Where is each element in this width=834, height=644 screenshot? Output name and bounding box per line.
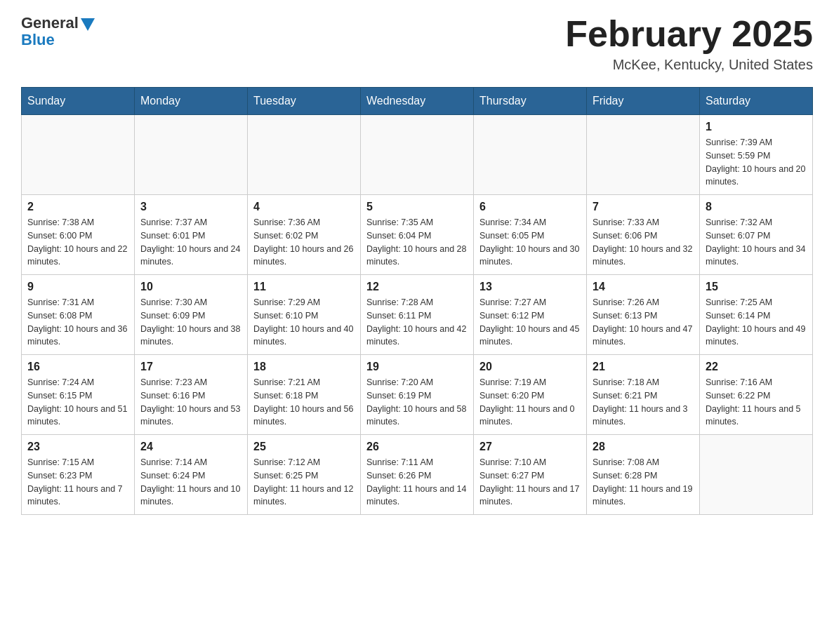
calendar-header: SundayMondayTuesdayWednesdayThursdayFrid… (22, 88, 813, 115)
calendar-cell: 28Sunrise: 7:08 AMSunset: 6:28 PMDayligh… (587, 435, 700, 515)
day-info: Sunrise: 7:24 AMSunset: 6:15 PMDaylight:… (27, 376, 128, 429)
calendar-cell: 26Sunrise: 7:11 AMSunset: 6:26 PMDayligh… (361, 435, 474, 515)
day-number: 21 (593, 361, 694, 373)
logo: General Blue (21, 14, 95, 49)
day-number: 6 (479, 201, 581, 213)
day-info: Sunrise: 7:16 AMSunset: 6:22 PMDaylight:… (706, 376, 807, 429)
calendar-cell: 14Sunrise: 7:26 AMSunset: 6:13 PMDayligh… (587, 275, 700, 355)
day-number: 17 (140, 361, 241, 373)
day-info: Sunrise: 7:35 AMSunset: 6:04 PMDaylight:… (366, 216, 468, 269)
calendar-cell: 22Sunrise: 7:16 AMSunset: 6:22 PMDayligh… (700, 355, 813, 435)
day-info: Sunrise: 7:27 AMSunset: 6:12 PMDaylight:… (479, 296, 581, 349)
week-row-3: 9Sunrise: 7:31 AMSunset: 6:08 PMDaylight… (22, 275, 813, 355)
calendar-cell: 18Sunrise: 7:21 AMSunset: 6:18 PMDayligh… (248, 355, 361, 435)
calendar-cell (248, 115, 361, 195)
day-number: 20 (479, 361, 581, 373)
calendar-cell: 4Sunrise: 7:36 AMSunset: 6:02 PMDaylight… (248, 195, 361, 275)
weekday-header-tuesday: Tuesday (248, 88, 361, 115)
day-number: 18 (253, 361, 355, 373)
day-number: 4 (253, 201, 355, 213)
logo-general-text: General (21, 14, 79, 32)
calendar-cell: 9Sunrise: 7:31 AMSunset: 6:08 PMDaylight… (22, 275, 135, 355)
day-number: 28 (593, 441, 694, 453)
day-info: Sunrise: 7:10 AMSunset: 6:27 PMDaylight:… (479, 456, 581, 509)
day-number: 27 (479, 441, 581, 453)
day-number: 22 (706, 361, 807, 373)
calendar-cell: 15Sunrise: 7:25 AMSunset: 6:14 PMDayligh… (700, 275, 813, 355)
title-section: February 2025 McKee, Kentucky, United St… (565, 14, 813, 73)
month-title: February 2025 (565, 14, 813, 54)
calendar-cell: 17Sunrise: 7:23 AMSunset: 6:16 PMDayligh… (135, 355, 248, 435)
calendar-cell: 1Sunrise: 7:39 AMSunset: 5:59 PMDaylight… (700, 115, 813, 195)
weekday-header-saturday: Saturday (700, 88, 813, 115)
calendar-cell (587, 115, 700, 195)
calendar-cell: 7Sunrise: 7:33 AMSunset: 6:06 PMDaylight… (587, 195, 700, 275)
calendar-cell: 2Sunrise: 7:38 AMSunset: 6:00 PMDaylight… (22, 195, 135, 275)
location-text: McKee, Kentucky, United States (565, 57, 813, 73)
day-number: 9 (27, 281, 128, 293)
calendar-cell (22, 115, 135, 195)
day-number: 5 (366, 201, 468, 213)
day-number: 19 (366, 361, 468, 373)
weekday-header-friday: Friday (587, 88, 700, 115)
calendar-cell: 21Sunrise: 7:18 AMSunset: 6:21 PMDayligh… (587, 355, 700, 435)
logo-triangle-icon (81, 18, 95, 31)
day-number: 7 (593, 201, 694, 213)
weekday-header-row: SundayMondayTuesdayWednesdayThursdayFrid… (22, 88, 813, 115)
day-info: Sunrise: 7:33 AMSunset: 6:06 PMDaylight:… (593, 216, 694, 269)
day-number: 14 (593, 281, 694, 293)
day-number: 25 (253, 441, 355, 453)
day-info: Sunrise: 7:12 AMSunset: 6:25 PMDaylight:… (253, 456, 355, 509)
calendar-cell: 19Sunrise: 7:20 AMSunset: 6:19 PMDayligh… (361, 355, 474, 435)
day-info: Sunrise: 7:23 AMSunset: 6:16 PMDaylight:… (140, 376, 241, 429)
calendar-cell: 16Sunrise: 7:24 AMSunset: 6:15 PMDayligh… (22, 355, 135, 435)
day-info: Sunrise: 7:21 AMSunset: 6:18 PMDaylight:… (253, 376, 355, 429)
calendar-cell (474, 115, 587, 195)
page-header: General Blue February 2025 McKee, Kentuc… (21, 14, 813, 73)
day-number: 11 (253, 281, 355, 293)
day-info: Sunrise: 7:14 AMSunset: 6:24 PMDaylight:… (140, 456, 241, 509)
calendar-body: 1Sunrise: 7:39 AMSunset: 5:59 PMDaylight… (22, 115, 813, 515)
calendar-cell: 13Sunrise: 7:27 AMSunset: 6:12 PMDayligh… (474, 275, 587, 355)
day-info: Sunrise: 7:37 AMSunset: 6:01 PMDaylight:… (140, 216, 241, 269)
week-row-5: 23Sunrise: 7:15 AMSunset: 6:23 PMDayligh… (22, 435, 813, 515)
day-number: 15 (706, 281, 807, 293)
day-info: Sunrise: 7:08 AMSunset: 6:28 PMDaylight:… (593, 456, 694, 509)
day-info: Sunrise: 7:20 AMSunset: 6:19 PMDaylight:… (366, 376, 468, 429)
day-info: Sunrise: 7:26 AMSunset: 6:13 PMDaylight:… (593, 296, 694, 349)
logo-blue-text: Blue (21, 31, 55, 49)
calendar-cell: 20Sunrise: 7:19 AMSunset: 6:20 PMDayligh… (474, 355, 587, 435)
day-number: 8 (706, 201, 807, 213)
week-row-1: 1Sunrise: 7:39 AMSunset: 5:59 PMDaylight… (22, 115, 813, 195)
calendar-cell: 5Sunrise: 7:35 AMSunset: 6:04 PMDaylight… (361, 195, 474, 275)
day-number: 3 (140, 201, 241, 213)
calendar-cell: 24Sunrise: 7:14 AMSunset: 6:24 PMDayligh… (135, 435, 248, 515)
calendar-cell: 11Sunrise: 7:29 AMSunset: 6:10 PMDayligh… (248, 275, 361, 355)
day-number: 2 (27, 201, 128, 213)
day-info: Sunrise: 7:34 AMSunset: 6:05 PMDaylight:… (479, 216, 581, 269)
calendar-cell: 12Sunrise: 7:28 AMSunset: 6:11 PMDayligh… (361, 275, 474, 355)
calendar-cell (361, 115, 474, 195)
calendar-table: SundayMondayTuesdayWednesdayThursdayFrid… (21, 87, 813, 515)
calendar-cell: 27Sunrise: 7:10 AMSunset: 6:27 PMDayligh… (474, 435, 587, 515)
day-info: Sunrise: 7:32 AMSunset: 6:07 PMDaylight:… (706, 216, 807, 269)
day-info: Sunrise: 7:38 AMSunset: 6:00 PMDaylight:… (27, 216, 128, 269)
day-info: Sunrise: 7:29 AMSunset: 6:10 PMDaylight:… (253, 296, 355, 349)
day-info: Sunrise: 7:11 AMSunset: 6:26 PMDaylight:… (366, 456, 468, 509)
calendar-cell (700, 435, 813, 515)
calendar-cell: 10Sunrise: 7:30 AMSunset: 6:09 PMDayligh… (135, 275, 248, 355)
day-info: Sunrise: 7:31 AMSunset: 6:08 PMDaylight:… (27, 296, 128, 349)
week-row-2: 2Sunrise: 7:38 AMSunset: 6:00 PMDaylight… (22, 195, 813, 275)
calendar-cell: 25Sunrise: 7:12 AMSunset: 6:25 PMDayligh… (248, 435, 361, 515)
day-number: 12 (366, 281, 468, 293)
day-info: Sunrise: 7:30 AMSunset: 6:09 PMDaylight:… (140, 296, 241, 349)
calendar-cell: 8Sunrise: 7:32 AMSunset: 6:07 PMDaylight… (700, 195, 813, 275)
weekday-header-thursday: Thursday (474, 88, 587, 115)
day-info: Sunrise: 7:39 AMSunset: 5:59 PMDaylight:… (706, 136, 807, 189)
day-info: Sunrise: 7:15 AMSunset: 6:23 PMDaylight:… (27, 456, 128, 509)
weekday-header-monday: Monday (135, 88, 248, 115)
calendar-cell: 23Sunrise: 7:15 AMSunset: 6:23 PMDayligh… (22, 435, 135, 515)
weekday-header-wednesday: Wednesday (361, 88, 474, 115)
weekday-header-sunday: Sunday (22, 88, 135, 115)
calendar-cell: 3Sunrise: 7:37 AMSunset: 6:01 PMDaylight… (135, 195, 248, 275)
